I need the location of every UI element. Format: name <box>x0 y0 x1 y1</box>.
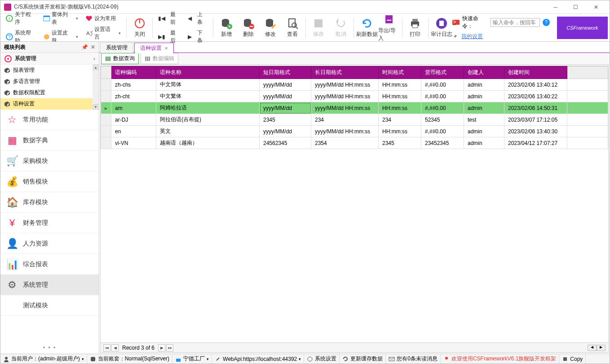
sidebar-subitem-2[interactable]: 数据权限配置 <box>0 87 93 98</box>
cell[interactable]: admin <box>464 91 504 102</box>
cell[interactable]: HH:mm:ss <box>379 126 421 137</box>
cell[interactable]: admin <box>464 137 504 149</box>
status-webapi[interactable]: WebApi:https://localhost:44392▾ <box>212 354 304 364</box>
cell[interactable]: 234 <box>379 114 421 126</box>
cell[interactable]: yyyy/MM/dd HH:mm:ss <box>311 79 379 91</box>
table-row[interactable]: zh-cht中文繁体yyyy/MM/ddyyyy/MM/dd HH:mm:ssH… <box>101 91 608 102</box>
tab-0[interactable]: 系统管理 <box>100 42 133 53</box>
tab-1[interactable]: 语种设置✕ <box>134 43 174 53</box>
cell[interactable]: yyyy/MM/dd <box>260 126 311 137</box>
grid-last-button[interactable]: ⏭ <box>166 344 173 351</box>
grid-first-button[interactable]: ⏮ <box>103 344 111 351</box>
cell[interactable]: admin <box>464 79 504 91</box>
prev-record-button[interactable]: ◀ 上条 <box>185 10 210 27</box>
refresh-button[interactable]: 刷新数据 <box>356 15 378 40</box>
scroll-down-icon[interactable]: ▼ <box>93 104 98 110</box>
cell[interactable]: #,##0.00 <box>421 91 464 102</box>
status-cache[interactable]: 更新缓存数据 <box>340 354 386 364</box>
cell[interactable]: test <box>464 114 504 126</box>
cell[interactable]: 2023/02/06 14:50:31 <box>504 102 567 114</box>
cell[interactable]: admin <box>464 126 504 137</box>
cell[interactable]: yyyy/MM/dd HH:mm:ss <box>311 102 379 114</box>
tab-close-icon[interactable]: ✕ <box>164 46 168 51</box>
formlist-button[interactable]: 窗体列表 <box>40 10 81 27</box>
status-user[interactable]: 当前用户：(admin-超级用户)▾ <box>0 354 87 364</box>
maximize-button[interactable]: ☐ <box>566 0 586 14</box>
col-header[interactable]: 短日期格式 <box>260 66 311 79</box>
nav-item-2[interactable]: 🛒采购模块 <box>0 151 99 171</box>
cell[interactable]: vi-VN <box>111 137 156 149</box>
cell[interactable]: 2023/03/07 17:12:05 <box>504 114 567 126</box>
cell[interactable]: zh-cht <box>111 91 156 102</box>
pin-icon[interactable]: 📌 <box>81 44 88 50</box>
col-header[interactable]: 语种名称 <box>156 66 260 79</box>
cell[interactable]: 24562345 <box>260 137 311 149</box>
cell[interactable]: 2023/04/12 17:07:27 <box>504 137 567 149</box>
col-header[interactable]: 货币格式 <box>421 66 464 79</box>
cell[interactable]: zh-chs <box>111 79 156 91</box>
cell[interactable]: 2023/02/06 13:40:22 <box>504 91 567 102</box>
col-header[interactable]: 创建人 <box>464 66 504 79</box>
cell[interactable]: am <box>111 102 156 114</box>
table-row[interactable]: ▸am阿姆哈拉语yyyy/MM/ddyyyy/MM/dd HH:mm:ssHH:… <box>101 102 608 114</box>
col-header[interactable]: 创建时间 <box>504 66 567 79</box>
close-window-button[interactable]: ✕ <box>586 0 606 14</box>
my-settings-link[interactable]: 我的设置 <box>461 33 483 40</box>
cell[interactable]: ar-DJ <box>111 114 156 126</box>
sidebar-subitem-0[interactable]: 报表管理 <box>0 65 93 76</box>
usual-button[interactable]: 设为常用 <box>83 14 124 23</box>
cell[interactable]: yyyy/MM/dd <box>260 102 311 114</box>
cell[interactable]: HH:mm:ss <box>379 79 421 91</box>
table-row[interactable]: vi-VN越南语（越南）245623452354234523452345admi… <box>101 137 608 149</box>
cell[interactable]: HH:mm:ss <box>379 102 421 114</box>
table-row[interactable]: zh-chs中文简体yyyy/MM/ddyyyy/MM/dd HH:mm:ssH… <box>101 79 608 91</box>
close-side-icon[interactable]: ✕ <box>91 44 95 50</box>
grid-prev-button[interactable]: ◀ <box>111 344 119 351</box>
cell[interactable]: 2023/02/06 13:40:30 <box>504 126 567 137</box>
nav-item-6[interactable]: 👤人力资源 <box>0 233 99 254</box>
cell[interactable]: 52345 <box>421 114 464 126</box>
minimize-button[interactable]: ─ <box>545 0 566 14</box>
cell[interactable]: #,##0.00 <box>421 79 464 91</box>
close-button[interactable]: 关闭 <box>128 15 150 40</box>
nav-item-5[interactable]: ¥财务管理 <box>0 213 99 233</box>
status-account[interactable]: 当前账套：Normal(SqlServer) <box>87 354 172 364</box>
status-syssettings[interactable]: 系统设置 <box>304 354 340 364</box>
cell[interactable]: yyyy/MM/dd <box>260 91 311 102</box>
export-button[interactable]: 导出/导入 <box>378 15 400 40</box>
delete-button[interactable]: 删除 <box>237 15 259 40</box>
sidebar-subitem-3[interactable]: 语种设置 <box>0 98 93 110</box>
nav-item-1[interactable]: ▦数据字典 <box>0 130 99 151</box>
nav-item-0[interactable]: ☆常用功能 <box>0 110 99 130</box>
cell[interactable]: 2345 <box>379 137 421 149</box>
about-button[interactable]: i 关于程序 <box>3 10 39 27</box>
cell[interactable]: 2345 <box>260 114 311 126</box>
cell[interactable]: 英文 <box>156 126 260 137</box>
grid-next-button[interactable]: ▶ <box>158 344 165 351</box>
cell[interactable]: 2354 <box>311 137 379 149</box>
sidebar-section-sysmanage[interactable]: 系统管理 ‹ <box>0 53 99 65</box>
lang-button[interactable]: A文 设置语言 <box>83 25 124 42</box>
cell[interactable]: #,##0.00 <box>421 102 464 114</box>
subtab-1[interactable]: 数据编辑 <box>141 53 178 64</box>
nav-item-9[interactable]: 测试模块 <box>0 295 99 316</box>
help-circle-icon[interactable]: ? <box>543 19 549 26</box>
col-header[interactable]: 长日期格式 <box>311 66 379 79</box>
view-button[interactable]: 查看 <box>282 15 304 40</box>
print-button[interactable]: 打印 <box>404 15 426 40</box>
nav-item-3[interactable]: 💰销售模块 <box>0 171 99 192</box>
cell[interactable]: 2023/02/06 13:40:12 <box>504 79 567 91</box>
cell[interactable]: admin <box>464 102 504 114</box>
nav-item-4[interactable]: 🏠库存模块 <box>0 192 99 213</box>
cell[interactable]: #,##0.00 <box>421 126 464 137</box>
table-row[interactable]: ar-DJ阿拉伯语(吉布提)234523423452345test2023/03… <box>101 114 608 126</box>
cell[interactable]: 阿拉伯语(吉布提) <box>156 114 260 126</box>
quick-cmd-input[interactable] <box>491 18 540 27</box>
scroll-up-icon[interactable]: ▲ <box>93 65 98 70</box>
hscroll-right-icon[interactable]: ▶ <box>597 345 606 351</box>
data-grid[interactable]: 语种编码语种名称短日期格式长日期格式时间格式货币格式创建人创建时间zh-chs中… <box>101 66 608 149</box>
nav-item-8[interactable]: ⚙系统管理 <box>0 275 99 295</box>
audit-button[interactable]: 审计日志 <box>430 15 452 40</box>
cell[interactable]: HH:mm:ss <box>379 91 421 102</box>
cell[interactable]: en <box>111 126 156 137</box>
